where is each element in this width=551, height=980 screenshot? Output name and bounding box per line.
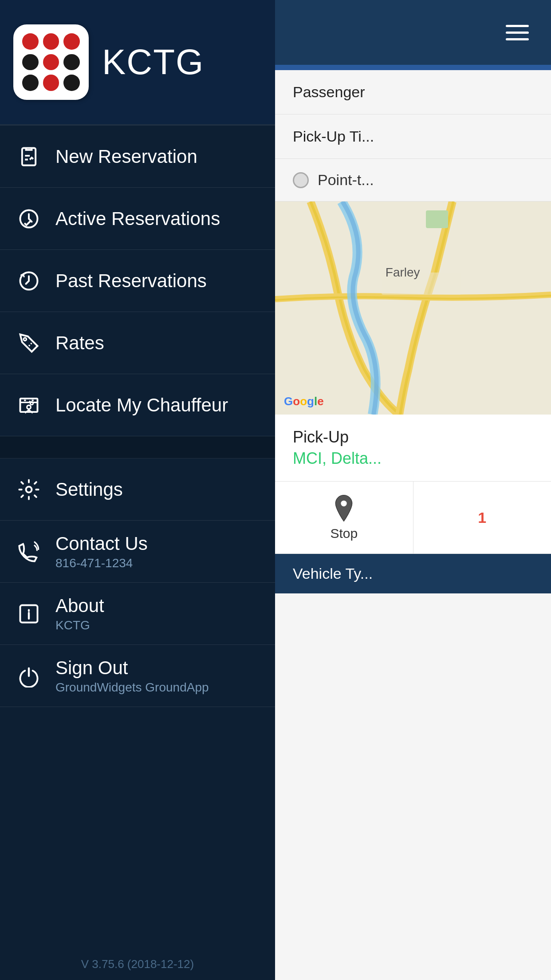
- nav-section-divider: [0, 436, 275, 458]
- new-reservation-label: New Reservation: [55, 146, 197, 167]
- sidebar-item-locate-chauffeur[interactable]: Locate My Chauffeur: [0, 374, 275, 436]
- active-reservations-label: Active Reservations: [55, 208, 220, 229]
- rates-label: Rates: [55, 332, 104, 354]
- pickup-time-field[interactable]: Pick-Up Ti...: [275, 115, 551, 159]
- sidebar-item-active-reservations[interactable]: Active Reservations: [0, 188, 275, 250]
- map-driver-icon: [16, 392, 42, 419]
- sidebar-item-rates[interactable]: Rates: [0, 312, 275, 374]
- clock-check-icon: [16, 205, 42, 232]
- price-tag-icon: [16, 330, 42, 356]
- google-logo: Google: [284, 395, 324, 408]
- hamburger-line-3: [506, 38, 529, 40]
- info-icon: [16, 601, 42, 627]
- sidebar-item-new-reservation[interactable]: New Reservation: [0, 126, 275, 188]
- right-content: Passenger Pick-Up Ti... Point-t...: [275, 70, 551, 980]
- hamburger-button[interactable]: [501, 20, 533, 45]
- logo-dot: [43, 54, 59, 71]
- logo-dot: [63, 33, 80, 50]
- logo-dot: [63, 54, 80, 71]
- about-label: About: [55, 595, 104, 616]
- sidebar-item-about[interactable]: About KCTG: [0, 583, 275, 645]
- svg-point-12: [341, 501, 347, 506]
- vehicle-type-label: Vehicle Ty...: [293, 565, 373, 582]
- logo-dot: [22, 33, 39, 50]
- sign-out-text: Sign Out GroundWidgets GroundApp: [55, 657, 209, 695]
- phone-icon: [16, 538, 42, 565]
- map-container[interactable]: Farley Google: [275, 202, 551, 415]
- app-name: KCTG: [102, 42, 204, 83]
- right-panel: Passenger Pick-Up Ti... Point-t...: [275, 0, 551, 980]
- blue-accent-bar: [275, 67, 551, 70]
- pickup-time-label: Pick-Up Ti...: [293, 128, 374, 145]
- gear-icon: [16, 476, 42, 503]
- sidebar-header: KCTG: [0, 0, 275, 124]
- logo-dot: [43, 75, 59, 91]
- power-icon: [16, 663, 42, 689]
- svg-point-5: [27, 405, 31, 409]
- radio-label: Point-t...: [318, 171, 374, 189]
- logo-dot: [63, 75, 80, 91]
- hamburger-line-1: [506, 25, 529, 27]
- map-location-label: Farley: [386, 265, 420, 280]
- passenger-field[interactable]: Passenger: [275, 70, 551, 115]
- settings-label: Settings: [55, 479, 123, 500]
- sidebar: KCTG New Reservation: [0, 0, 275, 980]
- svg-rect-9: [275, 202, 551, 415]
- vehicle-type-row[interactable]: Vehicle Ty...: [275, 554, 551, 593]
- stop-cell[interactable]: Stop: [275, 482, 413, 553]
- past-reservations-label: Past Reservations: [55, 270, 207, 292]
- contact-us-phone: 816-471-1234: [55, 556, 148, 570]
- map-svg: [275, 202, 551, 415]
- radio-button[interactable]: [293, 172, 309, 188]
- about-text: About KCTG: [55, 595, 104, 632]
- sidebar-item-sign-out[interactable]: Sign Out GroundWidgets GroundApp: [0, 645, 275, 707]
- stop-pin-icon: [332, 494, 356, 522]
- stop-number-cell: 1: [413, 482, 551, 553]
- radio-row[interactable]: Point-t...: [275, 159, 551, 202]
- sidebar-item-settings[interactable]: Settings: [0, 458, 275, 521]
- sidebar-item-contact-us[interactable]: Contact Us 816-471-1234: [0, 521, 275, 583]
- stop-label: Stop: [330, 526, 358, 541]
- contact-us-text: Contact Us 816-471-1234: [55, 533, 148, 570]
- about-sublabel: KCTG: [55, 618, 104, 632]
- pickup-section-label: Pick-Up: [293, 428, 533, 447]
- logo-dot: [43, 33, 59, 50]
- right-header: [275, 0, 551, 67]
- svg-rect-10: [426, 210, 448, 228]
- logo-dot: [22, 54, 39, 71]
- svg-point-7: [26, 486, 32, 492]
- stop-number: 1: [478, 509, 486, 526]
- hamburger-line-2: [506, 32, 529, 34]
- logo-dot: [22, 75, 39, 91]
- sign-out-sublabel: GroundWidgets GroundApp: [55, 680, 209, 695]
- clipboard-edit-icon: [16, 143, 42, 170]
- sign-out-label: Sign Out: [55, 657, 209, 679]
- app-logo-icon: [13, 24, 89, 100]
- contact-us-label: Contact Us: [55, 533, 148, 554]
- pickup-section: Pick-Up MCI, Delta...: [275, 415, 551, 482]
- sidebar-nav: New Reservation Active Reservations: [0, 126, 275, 948]
- svg-point-3: [24, 338, 27, 341]
- locate-chauffeur-label: Locate My Chauffeur: [55, 395, 228, 416]
- stop-row: Stop 1: [275, 482, 551, 554]
- pickup-value: MCI, Delta...: [293, 449, 533, 468]
- version-text: V 3.75.6 (2018-12-12): [0, 948, 275, 980]
- passenger-label: Passenger: [293, 83, 365, 100]
- sidebar-item-past-reservations[interactable]: Past Reservations: [0, 250, 275, 312]
- clock-history-icon: [16, 268, 42, 294]
